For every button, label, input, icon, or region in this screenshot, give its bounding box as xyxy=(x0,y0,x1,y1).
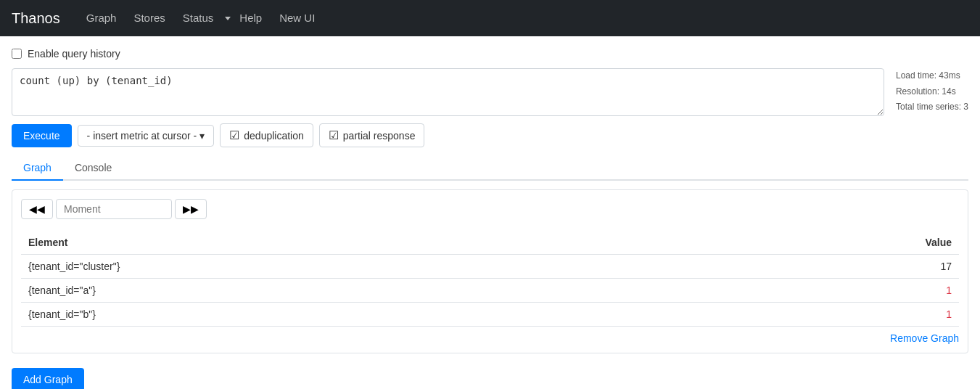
query-area-wrapper: count (up) by (tenant_id) Load time: 43m… xyxy=(12,68,968,116)
remove-graph-row: Remove Graph xyxy=(21,332,959,344)
table-body: {tenant_id="cluster"}17{tenant_id="a"}1{… xyxy=(21,255,959,327)
tab-console[interactable]: Console xyxy=(63,156,123,181)
load-time-stat: Load time: 43ms xyxy=(896,68,968,84)
deduplication-label: deduplication xyxy=(244,130,304,142)
nav-link-graph[interactable]: Graph xyxy=(78,0,125,36)
table-header-row: Element Value xyxy=(21,231,959,255)
check-icon-partial: ☑ xyxy=(329,128,339,142)
query-history-checkbox[interactable] xyxy=(12,49,22,59)
prev-button[interactable]: ◀◀ xyxy=(21,199,53,219)
partial-response-label: partial response xyxy=(343,130,416,142)
moment-controls: ◀◀ ▶▶ xyxy=(21,199,959,219)
table-row: {tenant_id="cluster"}17 xyxy=(21,255,959,279)
toolbar: Execute - insert metric at cursor - ▾ ☑ … xyxy=(12,123,968,147)
table-row: {tenant_id="b"}1 xyxy=(21,303,959,327)
element-cell: {tenant_id="b"} xyxy=(21,303,697,327)
insert-metric-button[interactable]: - insert metric at cursor - ▾ xyxy=(78,125,215,147)
value-cell: 1 xyxy=(697,303,959,327)
deduplication-button[interactable]: ☑ deduplication xyxy=(220,123,313,147)
check-icon-dedup: ☑ xyxy=(229,128,239,142)
dropdown-arrow-icon: ▾ xyxy=(199,130,205,142)
query-history-row: Enable query history xyxy=(12,48,968,60)
query-history-label[interactable]: Enable query history xyxy=(28,48,120,60)
col-element: Element xyxy=(21,231,697,255)
value-cell: 17 xyxy=(697,255,959,279)
remove-graph-link[interactable]: Remove Graph xyxy=(890,332,959,344)
element-cell: {tenant_id="cluster"} xyxy=(21,255,697,279)
col-value: Value xyxy=(697,231,959,255)
next-button[interactable]: ▶▶ xyxy=(175,199,207,219)
insert-metric-label: - insert metric at cursor - xyxy=(87,130,197,142)
tabs: Graph Console xyxy=(12,156,968,181)
add-graph-button[interactable]: Add Graph xyxy=(12,368,84,389)
result-table: Element Value {tenant_id="cluster"}17{te… xyxy=(21,231,959,327)
query-input[interactable]: count (up) by (tenant_id) xyxy=(12,68,884,116)
resolution-stat: Resolution: 14s xyxy=(896,84,968,100)
main-content: Enable query history count (up) by (tena… xyxy=(0,36,980,389)
moment-input[interactable] xyxy=(56,199,172,219)
total-time-series-stat: Total time series: 3 xyxy=(896,99,968,115)
navbar-brand[interactable]: Thanos xyxy=(12,10,60,27)
execute-button[interactable]: Execute xyxy=(12,124,72,147)
nav-dropdown-status[interactable]: Status xyxy=(174,0,231,36)
element-cell: {tenant_id="a"} xyxy=(21,279,697,303)
nav-link-status[interactable]: Status xyxy=(174,0,223,36)
table-header: Element Value xyxy=(21,231,959,255)
table-row: {tenant_id="a"}1 xyxy=(21,279,959,303)
query-stats: Load time: 43ms Resolution: 14s Total ti… xyxy=(896,68,968,115)
nav-link-stores[interactable]: Stores xyxy=(125,0,173,36)
partial-response-button[interactable]: ☑ partial response xyxy=(319,123,425,147)
chevron-down-icon xyxy=(225,17,231,20)
nav-link-new-ui[interactable]: New UI xyxy=(271,0,324,36)
value-cell: 1 xyxy=(697,279,959,303)
navbar: Thanos Graph Stores Status Help New UI xyxy=(0,0,980,36)
nav-link-help[interactable]: Help xyxy=(231,0,271,36)
tab-graph[interactable]: Graph xyxy=(12,156,63,181)
graph-panel: ◀◀ ▶▶ Element Value {tenant_id="cluster"… xyxy=(12,189,968,353)
